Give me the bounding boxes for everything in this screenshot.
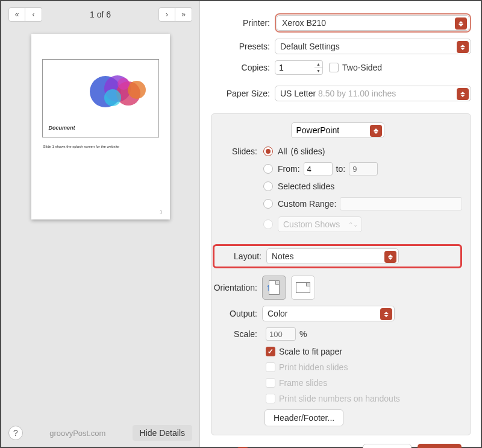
dropdown-caret-icon: [384, 251, 396, 263]
slide-numbers-checkbox: [266, 394, 275, 403]
selected-slides-label: Selected slides: [278, 181, 334, 191]
output-label: Output:: [213, 309, 262, 318]
to-label: to:: [336, 164, 346, 174]
header-footer-button[interactable]: Header/Footer...: [264, 409, 343, 426]
two-sided-checkbox[interactable]: [329, 63, 339, 72]
svg-point-4: [104, 89, 121, 106]
scale-to-fit-checkbox[interactable]: [266, 347, 275, 356]
slide-title: Document: [49, 125, 75, 131]
page-preview: Document Slide 1 shows the splash screen…: [31, 34, 170, 219]
output-value: Color: [268, 309, 287, 318]
presets-value: Default Settings: [280, 42, 340, 51]
orientation-portrait[interactable]: ↑: [262, 276, 286, 300]
custom-shows-dropdown: Custom Shows ⌃⌄: [278, 216, 362, 232]
slide-thumbnail: Document: [42, 59, 159, 137]
dropdown-caret-icon: [380, 308, 392, 320]
custom-range-input[interactable]: [340, 197, 462, 210]
radio-selected-slides[interactable]: [263, 181, 273, 191]
cancel-button[interactable]: Cancel: [363, 444, 412, 448]
paper-size-dropdown[interactable]: US Letter 8.50 by 11.00 inches: [275, 86, 471, 101]
app-dropdown[interactable]: PowerPoint: [291, 122, 384, 138]
percent-label: %: [299, 329, 307, 339]
slides-label: Slides:: [213, 147, 262, 156]
preview-area: Document Slide 1 shows the splash screen…: [1, 28, 199, 419]
prev-page-button[interactable]: ‹: [25, 7, 42, 22]
dropdown-caret-icon: [455, 17, 467, 30]
custom-shows-label: Custom Shows: [283, 219, 340, 229]
last-page-button[interactable]: »: [175, 7, 192, 22]
frame-slides-checkbox: [266, 378, 275, 388]
hide-details-button[interactable]: Hide Details: [133, 425, 192, 441]
all-label: All: [278, 147, 287, 156]
print-dialog: « ‹ 1 of 6 › »: [0, 0, 482, 448]
layout-label: Layout:: [217, 251, 266, 261]
page-portrait-icon: [269, 280, 280, 295]
powerpoint-options: PowerPoint Slides: All (6 slides) From:: [211, 113, 471, 435]
all-count: (6 slides): [291, 147, 325, 156]
app-dropdown-value: PowerPoint: [296, 125, 340, 135]
first-page-button[interactable]: «: [8, 7, 25, 22]
printer-dropdown[interactable]: Xerox B210: [277, 15, 469, 31]
page-landscape-icon: [296, 282, 310, 293]
dropdown-caret-icon: [457, 88, 469, 100]
watermark: groovyPost.com: [49, 429, 105, 438]
printer-label: Printer:: [207, 18, 275, 28]
splash-graphic-icon: [81, 65, 154, 119]
copies-label: Copies:: [207, 63, 275, 72]
print-button[interactable]: Print: [418, 444, 462, 448]
output-dropdown[interactable]: Color: [262, 306, 395, 321]
next-page-button[interactable]: ›: [158, 7, 175, 22]
radio-from-slides[interactable]: [263, 164, 273, 174]
orientation-label: Orientation:: [213, 283, 262, 292]
preview-page-number: 1: [160, 209, 162, 215]
scale-input[interactable]: [266, 327, 296, 341]
copies-input[interactable]: [275, 60, 317, 75]
printer-value: Xerox B210: [282, 18, 326, 28]
dropdown-caret-icon: [370, 125, 382, 137]
svg-point-5: [117, 78, 130, 90]
radio-custom-range[interactable]: [263, 199, 273, 209]
paper-size-label: Paper Size:: [207, 89, 275, 98]
to-input[interactable]: [349, 162, 378, 175]
page-nav: « ‹ 1 of 6 › »: [1, 1, 199, 28]
slide-notes-text: Slide 1 shows the splash screen for the …: [43, 145, 158, 148]
help-button[interactable]: ?: [8, 426, 23, 440]
presets-dropdown[interactable]: Default Settings: [275, 39, 471, 54]
from-input[interactable]: [304, 162, 333, 175]
from-label: From:: [278, 164, 300, 174]
scale-label: Scale:: [213, 329, 262, 339]
radio-custom-shows: [263, 219, 273, 229]
right-footer: PDF Cancel Print: [207, 435, 471, 448]
scale-to-fit-label: Scale to fit paper: [279, 347, 342, 356]
copies-stepper[interactable]: ▲▼: [315, 60, 323, 75]
layout-value: Notes: [272, 251, 294, 261]
custom-range-label: Custom Range:: [278, 199, 336, 209]
svg-point-3: [128, 81, 146, 99]
dropdown-caret-icon: [457, 41, 469, 53]
dropdown-caret-icon: ⌃⌄: [348, 221, 358, 228]
paper-size-value: US Letter: [280, 89, 316, 98]
preview-panel: « ‹ 1 of 6 › »: [1, 1, 200, 447]
page-indicator: 1 of 6: [90, 10, 111, 19]
radio-all-slides[interactable]: [263, 147, 273, 156]
presets-label: Presets:: [207, 42, 275, 51]
paper-size-dims: 8.50 by 11.00 inches: [318, 89, 396, 98]
frame-slides-label: Frame slides: [279, 378, 327, 388]
orientation-landscape[interactable]: ↑: [291, 276, 315, 300]
left-footer: ? groovyPost.com Hide Details: [1, 419, 199, 447]
slide-numbers-label: Print slide numbers on handouts: [279, 394, 400, 403]
print-hidden-checkbox: [266, 362, 275, 372]
two-sided-label: Two-Sided: [342, 63, 382, 72]
layout-dropdown[interactable]: Notes: [266, 248, 399, 264]
options-panel: Printer: Xerox B210 Presets: Default Set…: [200, 1, 481, 447]
print-hidden-label: Print hidden slides: [279, 362, 348, 372]
